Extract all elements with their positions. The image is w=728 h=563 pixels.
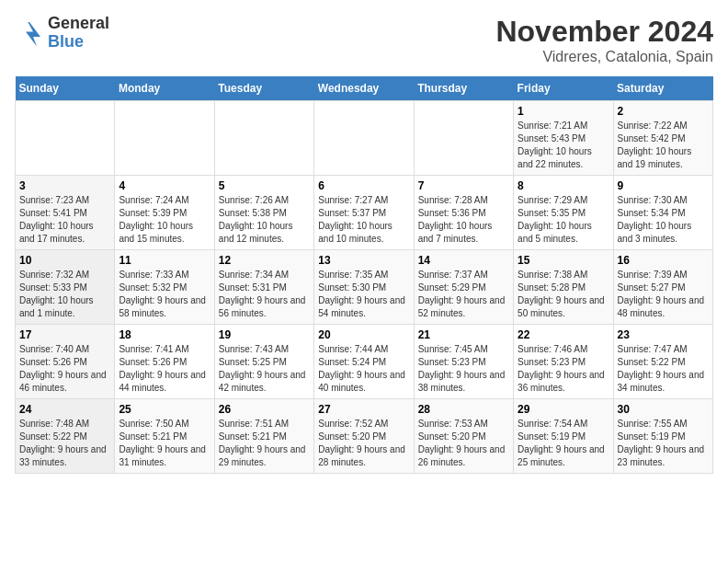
day-info: Sunrise: 7:55 AM Sunset: 5:19 PM Dayligh… xyxy=(618,418,709,469)
calendar-day-cell: 30Sunrise: 7:55 AM Sunset: 5:19 PM Dayli… xyxy=(613,399,712,474)
calendar-day-cell xyxy=(414,101,513,176)
calendar-day-cell: 17Sunrise: 7:40 AM Sunset: 5:26 PM Dayli… xyxy=(16,325,115,399)
day-info: Sunrise: 7:34 AM Sunset: 5:31 PM Dayligh… xyxy=(219,269,310,320)
day-info: Sunrise: 7:41 AM Sunset: 5:26 PM Dayligh… xyxy=(119,343,210,395)
calendar-day-cell: 21Sunrise: 7:45 AM Sunset: 5:23 PM Dayli… xyxy=(414,325,513,399)
header: General Blue November 2024 Vidreres, Cat… xyxy=(15,15,713,65)
logo-general: General xyxy=(48,15,109,33)
calendar-week-row: 1Sunrise: 7:21 AM Sunset: 5:43 PM Daylig… xyxy=(16,101,713,176)
weekday-header: Thursday xyxy=(414,76,513,101)
calendar-day-cell xyxy=(115,101,214,176)
calendar-day-cell: 5Sunrise: 7:26 AM Sunset: 5:38 PM Daylig… xyxy=(214,176,313,250)
day-number: 15 xyxy=(518,254,609,267)
day-info: Sunrise: 7:23 AM Sunset: 5:41 PM Dayligh… xyxy=(19,194,110,246)
day-info: Sunrise: 7:26 AM Sunset: 5:38 PM Dayligh… xyxy=(219,194,310,246)
day-info: Sunrise: 7:28 AM Sunset: 5:36 PM Dayligh… xyxy=(418,194,509,246)
calendar-week-row: 24Sunrise: 7:48 AM Sunset: 5:22 PM Dayli… xyxy=(16,399,713,474)
day-info: Sunrise: 7:24 AM Sunset: 5:39 PM Dayligh… xyxy=(119,194,210,246)
title-area: November 2024 Vidreres, Catalonia, Spain xyxy=(495,15,713,65)
logo-icon xyxy=(15,18,44,48)
day-info: Sunrise: 7:48 AM Sunset: 5:22 PM Dayligh… xyxy=(19,418,110,469)
day-number: 28 xyxy=(418,403,509,416)
weekday-header: Monday xyxy=(115,76,214,101)
day-number: 8 xyxy=(518,179,609,192)
weekday-header: Saturday xyxy=(613,76,712,101)
calendar-day-cell: 27Sunrise: 7:52 AM Sunset: 5:20 PM Dayli… xyxy=(314,399,414,474)
month-title: November 2024 xyxy=(495,15,713,49)
day-info: Sunrise: 7:29 AM Sunset: 5:35 PM Dayligh… xyxy=(518,194,609,246)
calendar-day-cell: 14Sunrise: 7:37 AM Sunset: 5:29 PM Dayli… xyxy=(414,250,513,325)
calendar-day-cell: 28Sunrise: 7:53 AM Sunset: 5:20 PM Dayli… xyxy=(414,399,513,474)
day-number: 24 xyxy=(19,403,110,416)
calendar-day-cell: 2Sunrise: 7:22 AM Sunset: 5:42 PM Daylig… xyxy=(613,101,712,176)
calendar-day-cell: 1Sunrise: 7:21 AM Sunset: 5:43 PM Daylig… xyxy=(514,101,613,176)
calendar-day-cell: 24Sunrise: 7:48 AM Sunset: 5:22 PM Dayli… xyxy=(16,399,115,474)
day-number: 20 xyxy=(318,328,409,341)
calendar-day-cell: 13Sunrise: 7:35 AM Sunset: 5:30 PM Dayli… xyxy=(314,250,414,325)
day-info: Sunrise: 7:46 AM Sunset: 5:23 PM Dayligh… xyxy=(518,343,609,395)
calendar-day-cell: 26Sunrise: 7:51 AM Sunset: 5:21 PM Dayli… xyxy=(214,399,313,474)
day-info: Sunrise: 7:44 AM Sunset: 5:24 PM Dayligh… xyxy=(318,343,409,395)
logo-text: General Blue xyxy=(48,15,109,52)
day-info: Sunrise: 7:51 AM Sunset: 5:21 PM Dayligh… xyxy=(219,418,310,469)
day-info: Sunrise: 7:47 AM Sunset: 5:22 PM Dayligh… xyxy=(618,343,709,395)
logo: General Blue xyxy=(15,15,109,52)
calendar-day-cell: 8Sunrise: 7:29 AM Sunset: 5:35 PM Daylig… xyxy=(514,176,613,250)
weekday-header: Wednesday xyxy=(314,76,414,101)
day-info: Sunrise: 7:22 AM Sunset: 5:42 PM Dayligh… xyxy=(618,120,709,171)
day-info: Sunrise: 7:32 AM Sunset: 5:33 PM Dayligh… xyxy=(19,269,110,320)
day-number: 30 xyxy=(618,403,709,416)
day-number: 1 xyxy=(518,105,609,118)
day-number: 7 xyxy=(418,179,509,192)
day-info: Sunrise: 7:45 AM Sunset: 5:23 PM Dayligh… xyxy=(418,343,509,395)
calendar-day-cell: 6Sunrise: 7:27 AM Sunset: 5:37 PM Daylig… xyxy=(314,176,414,250)
weekday-header: Friday xyxy=(514,76,613,101)
calendar-day-cell: 4Sunrise: 7:24 AM Sunset: 5:39 PM Daylig… xyxy=(115,176,214,250)
logo-blue: Blue xyxy=(48,33,109,52)
calendar-day-cell xyxy=(214,101,313,176)
day-number: 22 xyxy=(518,328,609,341)
day-number: 27 xyxy=(318,403,409,416)
day-number: 3 xyxy=(19,179,110,192)
day-number: 2 xyxy=(618,105,709,118)
day-number: 18 xyxy=(119,328,210,341)
day-info: Sunrise: 7:21 AM Sunset: 5:43 PM Dayligh… xyxy=(518,120,609,171)
location-title: Vidreres, Catalonia, Spain xyxy=(495,49,713,65)
day-info: Sunrise: 7:43 AM Sunset: 5:25 PM Dayligh… xyxy=(219,343,310,395)
day-number: 12 xyxy=(219,254,310,267)
calendar-day-cell: 11Sunrise: 7:33 AM Sunset: 5:32 PM Dayli… xyxy=(115,250,214,325)
day-number: 19 xyxy=(219,328,310,341)
day-info: Sunrise: 7:50 AM Sunset: 5:21 PM Dayligh… xyxy=(119,418,210,469)
day-info: Sunrise: 7:39 AM Sunset: 5:27 PM Dayligh… xyxy=(618,269,709,320)
day-number: 9 xyxy=(618,179,709,192)
calendar-day-cell xyxy=(16,101,115,176)
calendar-week-row: 3Sunrise: 7:23 AM Sunset: 5:41 PM Daylig… xyxy=(16,176,713,250)
day-info: Sunrise: 7:35 AM Sunset: 5:30 PM Dayligh… xyxy=(318,269,409,320)
calendar-day-cell: 25Sunrise: 7:50 AM Sunset: 5:21 PM Dayli… xyxy=(115,399,214,474)
day-number: 26 xyxy=(219,403,310,416)
day-number: 13 xyxy=(318,254,409,267)
calendar-day-cell: 20Sunrise: 7:44 AM Sunset: 5:24 PM Dayli… xyxy=(314,325,414,399)
calendar-day-cell xyxy=(314,101,414,176)
day-number: 10 xyxy=(19,254,110,267)
day-number: 16 xyxy=(618,254,709,267)
day-number: 14 xyxy=(418,254,509,267)
day-number: 17 xyxy=(19,328,110,341)
day-number: 5 xyxy=(219,179,310,192)
day-info: Sunrise: 7:52 AM Sunset: 5:20 PM Dayligh… xyxy=(318,418,409,469)
calendar-day-cell: 19Sunrise: 7:43 AM Sunset: 5:25 PM Dayli… xyxy=(214,325,313,399)
day-number: 4 xyxy=(119,179,210,192)
day-info: Sunrise: 7:53 AM Sunset: 5:20 PM Dayligh… xyxy=(418,418,509,469)
day-info: Sunrise: 7:40 AM Sunset: 5:26 PM Dayligh… xyxy=(19,343,110,395)
calendar-week-row: 10Sunrise: 7:32 AM Sunset: 5:33 PM Dayli… xyxy=(16,250,713,325)
calendar-day-cell: 22Sunrise: 7:46 AM Sunset: 5:23 PM Dayli… xyxy=(514,325,613,399)
calendar-day-cell: 18Sunrise: 7:41 AM Sunset: 5:26 PM Dayli… xyxy=(115,325,214,399)
day-number: 29 xyxy=(518,403,609,416)
weekday-header-row: SundayMondayTuesdayWednesdayThursdayFrid… xyxy=(16,76,713,101)
calendar-day-cell: 3Sunrise: 7:23 AM Sunset: 5:41 PM Daylig… xyxy=(16,176,115,250)
day-info: Sunrise: 7:30 AM Sunset: 5:34 PM Dayligh… xyxy=(618,194,709,246)
calendar-day-cell: 29Sunrise: 7:54 AM Sunset: 5:19 PM Dayli… xyxy=(514,399,613,474)
day-info: Sunrise: 7:27 AM Sunset: 5:37 PM Dayligh… xyxy=(318,194,409,246)
day-number: 25 xyxy=(119,403,210,416)
calendar-week-row: 17Sunrise: 7:40 AM Sunset: 5:26 PM Dayli… xyxy=(16,325,713,399)
